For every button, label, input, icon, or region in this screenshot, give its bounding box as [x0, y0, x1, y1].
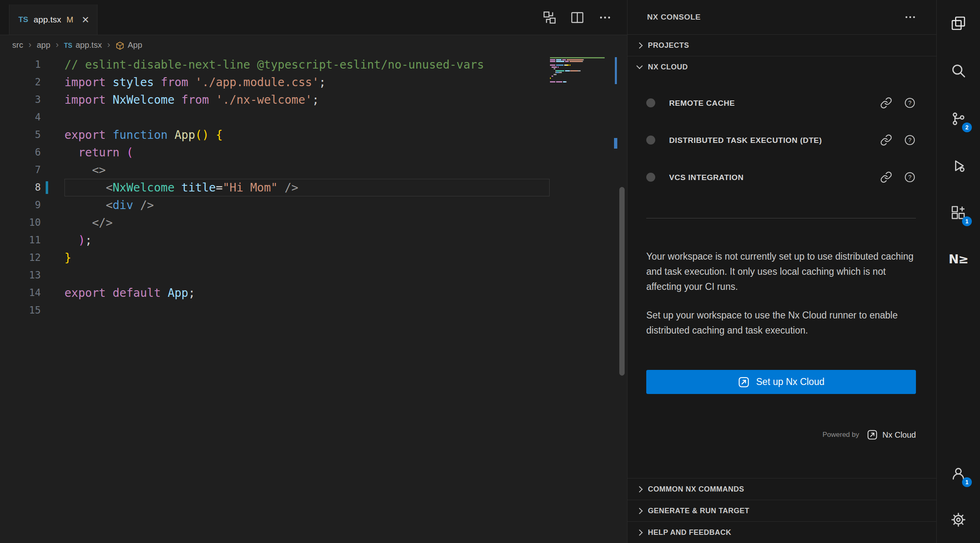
overview-ruler-cursor-mark	[614, 138, 617, 149]
feature-label: DISTRIBUTED TASK EXECUTION (DTE)	[669, 133, 822, 148]
chevron-right-icon	[636, 42, 643, 49]
section-common-nx-commands[interactable]: COMMON NX COMMANDS	[627, 478, 936, 500]
code-line-12[interactable]: }	[64, 249, 550, 267]
code-line-13[interactable]	[64, 267, 550, 284]
section-nx-cloud[interactable]: NX CLOUD	[627, 56, 936, 78]
code-line-15[interactable]	[64, 302, 550, 319]
feature-label: REMOTE CACHE	[669, 96, 735, 111]
code-line-11[interactable]: );	[64, 231, 550, 249]
code-line-10[interactable]: </>	[64, 214, 550, 231]
divider	[646, 218, 916, 218]
line-number-14[interactable]: 14	[0, 284, 41, 302]
panel-header: NX CONSOLE	[627, 0, 936, 34]
nx-cloud-content: REMOTE CACHE ?	[627, 78, 936, 441]
minimap[interactable]	[550, 57, 615, 85]
run-debug-icon[interactable]	[946, 154, 971, 178]
code-line-3[interactable]: import NxWelcome from './nx-welcome';	[64, 91, 550, 109]
line-number-4[interactable]: 4	[0, 109, 41, 126]
help-question-icon[interactable]: ?	[904, 134, 916, 146]
panel-title: NX CONSOLE	[647, 13, 701, 22]
open-changes-icon[interactable]	[541, 9, 558, 26]
status-dot-icon	[646, 136, 655, 145]
code-line-5[interactable]: export function App() {	[64, 126, 550, 144]
svg-text:?: ?	[908, 174, 911, 180]
workspace-status-text: Your workspace is not currently set up t…	[646, 249, 916, 294]
git-modified-badge: M	[67, 15, 73, 24]
line-number-5[interactable]: 5	[0, 126, 41, 144]
section-label: HELP AND FEEDBACK	[648, 528, 732, 537]
line-number-3[interactable]: 3	[0, 91, 41, 109]
nx-cloud-logo-icon	[867, 429, 878, 441]
nx-console-panel: NX CONSOLE PROJECTS NX CLOUD REMOTE CACH…	[627, 0, 936, 543]
line-number-10[interactable]: 10	[0, 214, 41, 231]
close-tab-icon[interactable]: ×	[82, 13, 89, 26]
powered-by-label: Powered by	[823, 431, 859, 439]
gutter: 123456789101112131415	[0, 56, 41, 319]
breadcrumb-src[interactable]: src	[12, 40, 23, 50]
section-label: NX CLOUD	[648, 63, 688, 71]
source-control-icon[interactable]: 2	[946, 107, 971, 131]
breadcrumb: src › app › TS app.tsx › App	[0, 35, 627, 55]
line-number-8[interactable]: 8	[0, 179, 41, 196]
code-line-1[interactable]: // eslint-disable-next-line @typescript-…	[64, 56, 550, 73]
line-number-13[interactable]: 13	[0, 267, 41, 284]
bottom-sections: COMMON NX COMMANDS GENERATE & RUN TARGET…	[627, 478, 936, 543]
setup-nx-cloud-button[interactable]: Set up Nx Cloud	[646, 370, 916, 394]
chevron-down-icon	[636, 63, 643, 69]
line-number-7[interactable]: 7	[0, 161, 41, 179]
extensions-icon[interactable]: 1	[946, 200, 971, 225]
tab-app-tsx[interactable]: TS app.tsx M ×	[9, 4, 98, 35]
source-control-badge: 2	[962, 122, 972, 132]
line-number-15[interactable]: 15	[0, 302, 41, 319]
section-help-and-feedback[interactable]: HELP AND FEEDBACK	[627, 521, 936, 543]
code-line-7[interactable]: <>	[64, 161, 550, 179]
help-question-icon[interactable]: ?	[904, 97, 916, 109]
breadcrumb-separator: ›	[107, 40, 110, 50]
breadcrumb-separator: ›	[29, 40, 31, 50]
svg-text:?: ?	[908, 137, 911, 143]
explorer-icon[interactable]	[946, 11, 971, 36]
line-number-9[interactable]: 9	[0, 196, 41, 214]
line-number-2[interactable]: 2	[0, 73, 41, 91]
extensions-badge: 1	[962, 216, 972, 226]
help-question-icon[interactable]: ?	[904, 171, 916, 183]
editor-more-actions-icon[interactable]	[597, 9, 613, 26]
split-editor-icon[interactable]	[569, 9, 585, 26]
feature-dte: DISTRIBUTED TASK EXECUTION (DTE) ?	[646, 118, 916, 162]
connect-link-icon[interactable]	[880, 97, 892, 109]
section-label: PROJECTS	[648, 41, 689, 50]
settings-gear-icon[interactable]	[946, 507, 971, 532]
line-number-11[interactable]: 11	[0, 231, 41, 249]
activity-bar: 2 1 N≥ 1	[936, 0, 980, 543]
section-projects[interactable]: PROJECTS	[627, 34, 936, 56]
breadcrumb-app[interactable]: app	[37, 40, 50, 50]
symbol-cube-icon	[115, 41, 124, 50]
nx-console-icon[interactable]: N≥	[946, 247, 971, 271]
connect-link-icon[interactable]	[880, 134, 892, 146]
editor-area: TS app.tsx M ×	[0, 0, 627, 543]
line-number-12[interactable]: 12	[0, 249, 41, 267]
section-generate-run-target[interactable]: GENERATE & RUN TARGET	[627, 500, 936, 521]
breadcrumb-symbol-app[interactable]: App	[128, 40, 142, 50]
code-line-4[interactable]	[64, 109, 550, 126]
code-line-14[interactable]: export default App;	[64, 284, 550, 302]
nx-cloud-brand[interactable]: Nx Cloud	[867, 429, 916, 441]
breadcrumb-file[interactable]: app.tsx	[75, 40, 102, 50]
line-number-1[interactable]: 1	[0, 56, 41, 73]
code-line-8[interactable]: <NxWelcome title="Hi Mom" />	[64, 179, 550, 196]
typescript-file-icon: TS	[64, 42, 72, 49]
code-line-9[interactable]: <div />	[64, 196, 550, 214]
chevron-right-icon	[636, 529, 643, 536]
editor-scrollbar[interactable]	[619, 187, 625, 376]
search-icon[interactable]	[946, 58, 971, 83]
connect-link-icon[interactable]	[880, 171, 892, 183]
account-icon[interactable]: 1	[946, 461, 971, 486]
feature-vcs-integration: VCS INTEGRATION ?	[646, 162, 916, 192]
code-line-6[interactable]: return (	[64, 144, 550, 161]
editor-toolbar	[541, 0, 613, 35]
code-line-2[interactable]: import styles from './app.module.css';	[64, 73, 550, 91]
breadcrumb-separator: ›	[55, 40, 58, 50]
panel-more-actions-icon[interactable]	[904, 11, 917, 24]
line-number-6[interactable]: 6	[0, 144, 41, 161]
section-label: GENERATE & RUN TARGET	[648, 507, 749, 515]
